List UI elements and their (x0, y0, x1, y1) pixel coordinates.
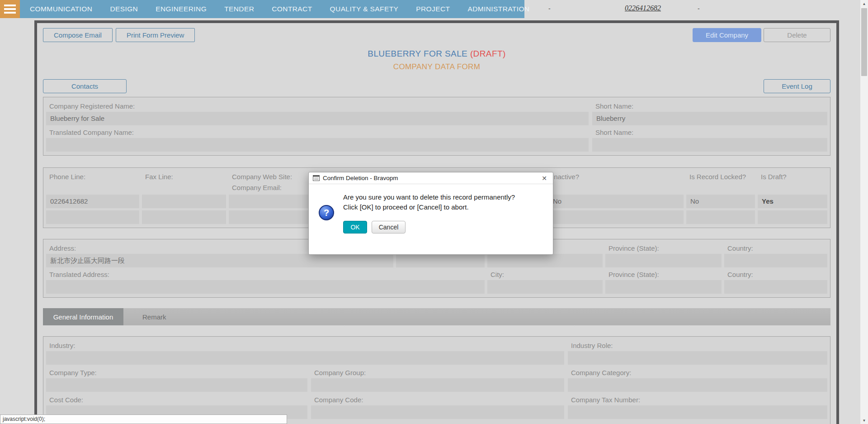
translated-address-label: Translated Address: (46, 269, 485, 280)
edit-company-button[interactable]: Edit Company (693, 28, 761, 42)
main-nav: COMMUNICATION DESIGN ENGINEERING TENDER … (20, 0, 524, 18)
hamburger-menu-icon[interactable] (0, 0, 20, 18)
company-category-label: Company Category: (568, 367, 827, 378)
fax-line-2-field[interactable] (142, 210, 226, 224)
translated-address-field[interactable] (46, 280, 485, 294)
translated-city-cell: City: (487, 269, 603, 294)
nav-item-tender[interactable]: TENDER (224, 5, 254, 13)
flag-spare-field-3 (758, 210, 827, 224)
company-name-section: Company Registered Name: Blueberry for S… (43, 97, 830, 156)
company-category-cell: Company Category: (568, 367, 827, 392)
phone-line-2-field[interactable] (46, 210, 139, 224)
registered-name-field[interactable]: Blueberry for Sale (46, 112, 589, 125)
nav-item-engineering[interactable]: ENGINEERING (156, 5, 207, 13)
zip-code-field[interactable] (396, 254, 485, 267)
company-type-field[interactable] (46, 378, 307, 392)
registered-name-cell: Company Registered Name: Blueberry for S… (46, 101, 589, 125)
province-field[interactable] (605, 254, 722, 267)
confirm-deletion-dialog: Confirm Deletion - Bravopm ✕ ? Are you s… (308, 172, 553, 255)
flag-spare-field-1 (549, 210, 684, 224)
nav-item-design[interactable]: DESIGN (110, 5, 138, 13)
industry-field[interactable] (46, 351, 564, 365)
translated-short-name-cell: Short Name: (592, 127, 827, 152)
industry-label: Industry: (46, 340, 564, 351)
city-field[interactable] (487, 254, 603, 267)
company-tax-number-field[interactable] (568, 405, 827, 419)
inactive-label: Inactive? (549, 172, 684, 182)
actions-row: Contacts Event Log (43, 79, 830, 93)
translated-province-cell: Province (State): (605, 269, 722, 294)
scrollbar-thumb[interactable] (861, 8, 867, 76)
vertical-scrollbar[interactable]: ▲ ▼ (860, 0, 868, 424)
general-information-section: Industry: Industry Role: Company Type: C… (43, 336, 830, 424)
industry-role-cell: Industry Role: (568, 340, 827, 365)
translated-name-label: Translated Company Name: (46, 127, 589, 138)
dialog-body: ? Are you sure you want to delete this r… (309, 184, 553, 233)
is-record-locked-label: Is Record Locked? (686, 172, 755, 182)
topbar-dash-left: - (548, 5, 551, 12)
fax-line-field[interactable] (142, 195, 226, 208)
translated-address-cell: Translated Address: (46, 269, 485, 294)
tab-bar: General Information Remark (43, 308, 830, 325)
ok-button[interactable]: OK (343, 221, 367, 233)
short-name-cell: Short Name: Blueberry (592, 101, 827, 125)
top-bar: COMMUNICATION DESIGN ENGINEERING TENDER … (0, 0, 868, 18)
dialog-window-icon (313, 175, 320, 181)
company-category-field[interactable] (568, 378, 827, 392)
event-log-button[interactable]: Event Log (764, 79, 830, 93)
company-title-text: BLUEBERRY FOR SALE (368, 49, 467, 58)
nav-item-project[interactable]: PROJECT (416, 5, 450, 13)
compose-email-button[interactable]: Compose Email (43, 28, 113, 42)
is-draft-label: Is Draft? (758, 172, 827, 182)
contacts-button[interactable]: Contacts (43, 79, 127, 93)
scroll-down-icon[interactable]: ▼ (860, 417, 868, 424)
status-link-hint: javascript:void(0); (0, 414, 287, 424)
nav-item-quality-safety[interactable]: QUALITY & SAFETY (330, 5, 399, 13)
short-name-label: Short Name: (592, 101, 827, 112)
print-form-preview-button[interactable]: Print Form Preview (116, 28, 195, 42)
scroll-up-icon[interactable]: ▲ (860, 0, 868, 7)
translated-province-field[interactable] (605, 280, 722, 294)
page-subtitle: COMPANY DATA FORM (43, 62, 830, 71)
phone-line-field[interactable]: 0226412682 (46, 195, 139, 208)
is-draft-value: Yes (758, 195, 827, 208)
nav-item-contract[interactable]: CONTRACT (272, 5, 312, 13)
company-group-field[interactable] (311, 378, 564, 392)
flag-spare-field-2 (686, 210, 755, 224)
phone-line-label: Phone Line: (46, 172, 139, 182)
fax-line-label: Fax Line: (142, 172, 226, 182)
province-label: Province (State): (605, 243, 722, 254)
topbar-dash-right: - (698, 5, 700, 12)
industry-cell: Industry: (46, 340, 564, 365)
country-label: Country: (724, 243, 827, 254)
dialog-message-line1: Are you sure you want to delete this rec… (343, 192, 546, 202)
short-name-field[interactable]: Blueberry (592, 112, 827, 125)
translated-name-field[interactable] (46, 138, 589, 152)
translated-city-field[interactable] (487, 280, 603, 294)
translated-country-cell: Country: (724, 269, 827, 294)
country-cell: Country: (724, 243, 827, 267)
nav-item-communication[interactable]: COMMUNICATION (30, 5, 92, 13)
cost-code-label: Cost Code: (46, 395, 307, 405)
translated-short-name-field[interactable] (592, 138, 827, 152)
address-field[interactable]: 新北市汐止區大同路一段 (46, 254, 393, 267)
is-record-locked-value: No (686, 195, 755, 208)
company-tax-number-label: Company Tax Number: (568, 395, 827, 405)
company-code-field[interactable] (311, 405, 564, 419)
delete-button[interactable]: Delete (764, 28, 830, 42)
tab-remark[interactable]: Remark (123, 308, 185, 325)
cancel-button[interactable]: Cancel (372, 221, 406, 233)
nav-item-administration[interactable]: ADMINISTRATION (467, 5, 529, 13)
translated-country-field[interactable] (724, 280, 827, 294)
inactive-value: No (549, 195, 684, 208)
industry-role-field[interactable] (568, 351, 827, 365)
company-type-label: Company Type: (46, 367, 307, 378)
dialog-close-icon[interactable]: ✕ (540, 175, 549, 182)
page-title: BLUEBERRY FOR SALE (DRAFT) (43, 49, 830, 59)
phone-number-link[interactable]: 0226412682 (625, 4, 661, 12)
country-field[interactable] (724, 254, 827, 267)
tab-general-information[interactable]: General Information (43, 308, 123, 325)
question-icon: ? (319, 205, 334, 220)
dialog-title-bar: Confirm Deletion - Bravopm ✕ (309, 172, 553, 184)
company-code-label: Company Code: (311, 395, 564, 405)
